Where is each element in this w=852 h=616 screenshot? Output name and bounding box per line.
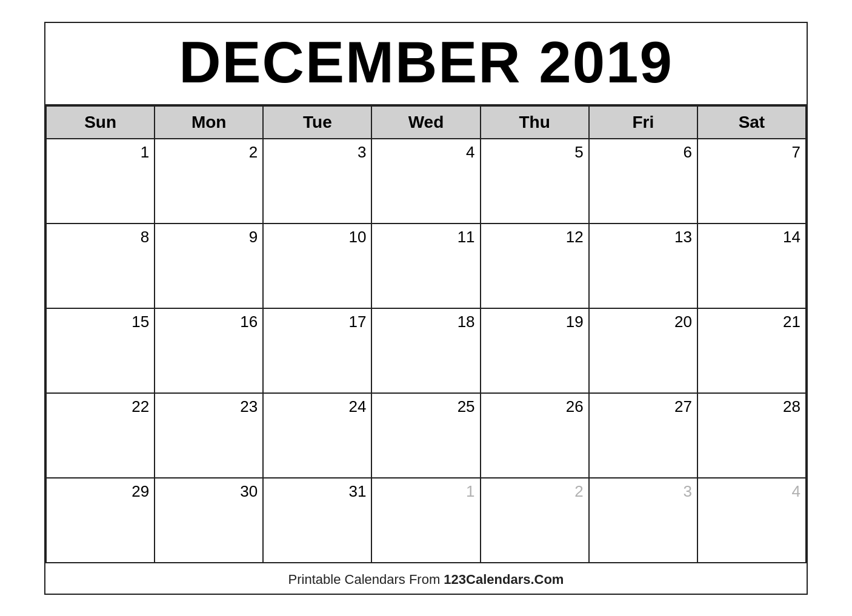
day-cell: 2 (155, 139, 264, 224)
day-number: 14 (703, 228, 800, 247)
day-number: 15 (52, 313, 149, 331)
day-cell: 14 (698, 224, 807, 309)
day-cell: 7 (698, 139, 807, 224)
footer-brand: 123Calendars.Com (444, 572, 564, 587)
day-number: 1 (52, 143, 149, 162)
header-sat: Sat (698, 105, 807, 139)
day-number: 23 (160, 397, 258, 416)
day-cell: 13 (590, 224, 698, 309)
day-number: 2 (160, 143, 258, 162)
day-number: 26 (486, 397, 584, 416)
day-cell: 25 (372, 394, 481, 479)
day-cell: 17 (264, 309, 372, 394)
day-number: 8 (52, 228, 149, 247)
header-sun: Sun (47, 105, 155, 139)
calendar: DECEMBER 2019 Sun Mon Tue Wed Thu Fri Sa… (44, 22, 808, 595)
day-number-gray: 3 (594, 482, 692, 501)
day-cell: 18 (372, 309, 481, 394)
header-fri: Fri (590, 105, 698, 139)
header-wed: Wed (372, 105, 481, 139)
day-cell: 23 (155, 394, 264, 479)
day-number-gray: 1 (377, 482, 474, 501)
day-number: 25 (377, 397, 474, 416)
day-cell: 22 (47, 394, 155, 479)
day-cell: 8 (47, 224, 155, 309)
day-number: 20 (594, 313, 692, 331)
day-cell: 30 (155, 479, 264, 563)
day-number: 11 (377, 228, 474, 247)
header-tue: Tue (264, 105, 372, 139)
day-number: 3 (268, 143, 366, 162)
day-number: 29 (52, 482, 149, 501)
day-number: 22 (52, 397, 149, 416)
day-cell: 5 (481, 139, 590, 224)
day-number: 30 (160, 482, 258, 501)
day-number-gray: 2 (486, 482, 584, 501)
day-number: 7 (703, 143, 800, 162)
day-number: 5 (486, 143, 584, 162)
day-cell: 4 (698, 479, 807, 563)
day-cell: 26 (481, 394, 590, 479)
day-cell: 24 (264, 394, 372, 479)
day-number: 16 (160, 313, 258, 331)
day-cell: 28 (698, 394, 807, 479)
day-number-gray: 4 (703, 482, 800, 501)
day-number: 28 (703, 397, 800, 416)
day-cell: 29 (47, 479, 155, 563)
calendar-footer: Printable Calendars From 123Calendars.Co… (45, 563, 807, 594)
day-number: 31 (268, 482, 366, 501)
day-number: 9 (160, 228, 258, 247)
day-cell: 2 (481, 479, 590, 563)
day-number: 4 (377, 143, 474, 162)
day-number: 27 (594, 397, 692, 416)
day-cell: 21 (698, 309, 807, 394)
day-number: 17 (268, 313, 366, 331)
calendar-grid: Sun Mon Tue Wed Thu Fri Sat 1 2 3 4 5 6 … (45, 105, 807, 563)
day-cell: 27 (590, 394, 698, 479)
day-number: 18 (377, 313, 474, 331)
day-number: 6 (594, 143, 692, 162)
header-mon: Mon (155, 105, 264, 139)
day-number: 24 (268, 397, 366, 416)
footer-text-plain: Printable Calendars From (288, 572, 444, 587)
day-cell: 15 (47, 309, 155, 394)
day-cell: 3 (590, 479, 698, 563)
day-cell: 12 (481, 224, 590, 309)
header-thu: Thu (481, 105, 590, 139)
day-number: 12 (486, 228, 584, 247)
day-cell: 31 (264, 479, 372, 563)
day-cell: 1 (47, 139, 155, 224)
day-cell: 3 (264, 139, 372, 224)
day-cell: 16 (155, 309, 264, 394)
day-cell: 9 (155, 224, 264, 309)
day-cell: 10 (264, 224, 372, 309)
day-cell: 19 (481, 309, 590, 394)
day-number: 21 (703, 313, 800, 331)
day-number: 10 (268, 228, 366, 247)
day-number: 19 (486, 313, 584, 331)
day-cell: 1 (372, 479, 481, 563)
day-number: 13 (594, 228, 692, 247)
day-cell: 4 (372, 139, 481, 224)
day-cell: 6 (590, 139, 698, 224)
day-cell: 20 (590, 309, 698, 394)
day-cell: 11 (372, 224, 481, 309)
calendar-title: DECEMBER 2019 (45, 23, 807, 105)
